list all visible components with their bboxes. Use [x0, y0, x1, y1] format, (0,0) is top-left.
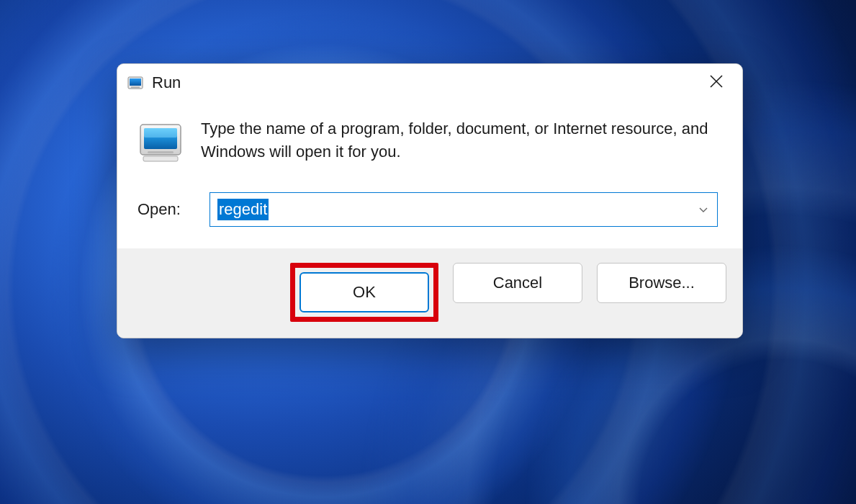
browse-button-label: Browse... — [629, 274, 695, 292]
svg-rect-9 — [148, 151, 174, 153]
annotation-highlight: OK — [290, 263, 438, 322]
dialog-title: Run — [152, 73, 700, 92]
titlebar: Run — [117, 64, 742, 102]
button-bar: OK Cancel Browse... — [117, 248, 742, 338]
dialog-description: Type the name of a program, folder, docu… — [201, 117, 718, 163]
browse-button[interactable]: Browse... — [597, 263, 726, 303]
svg-rect-2 — [130, 78, 141, 86]
open-input-value: regedit — [217, 199, 269, 221]
open-label: Open: — [138, 200, 188, 219]
cancel-button[interactable]: Cancel — [453, 263, 582, 303]
svg-rect-10 — [143, 156, 178, 161]
run-dialog: Run — [117, 63, 743, 338]
close-button[interactable] — [700, 67, 732, 99]
svg-rect-3 — [131, 87, 140, 88]
cancel-button-label: Cancel — [493, 274, 542, 292]
close-icon — [709, 74, 724, 91]
run-app-icon — [138, 119, 184, 165]
run-dialog-icon — [127, 75, 143, 91]
open-combobox[interactable]: regedit — [210, 192, 718, 227]
content-area: Type the name of a program, folder, docu… — [117, 102, 742, 189]
svg-rect-8 — [144, 128, 177, 138]
open-row: Open: regedit — [117, 189, 742, 248]
ok-button-label: OK — [353, 283, 376, 302]
ok-button[interactable]: OK — [299, 272, 429, 312]
